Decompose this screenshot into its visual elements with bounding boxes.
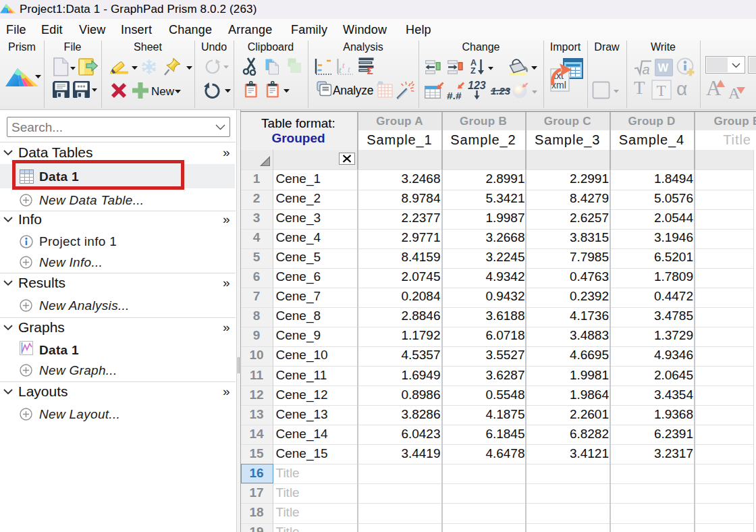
svg-text:t: t — [339, 65, 342, 75]
svg-text:t: t — [348, 64, 350, 74]
svg-text:W: W — [658, 61, 669, 74]
svg-text:Σ: Σ — [367, 65, 373, 76]
svg-text:Z: Z — [470, 66, 476, 76]
svg-text:T: T — [657, 82, 666, 99]
svg-text:123: 123 — [468, 80, 486, 91]
svg-text:a: a — [643, 62, 650, 77]
svg-text:t: t — [342, 60, 345, 70]
svg-text:#.#: #.# — [447, 90, 462, 100]
